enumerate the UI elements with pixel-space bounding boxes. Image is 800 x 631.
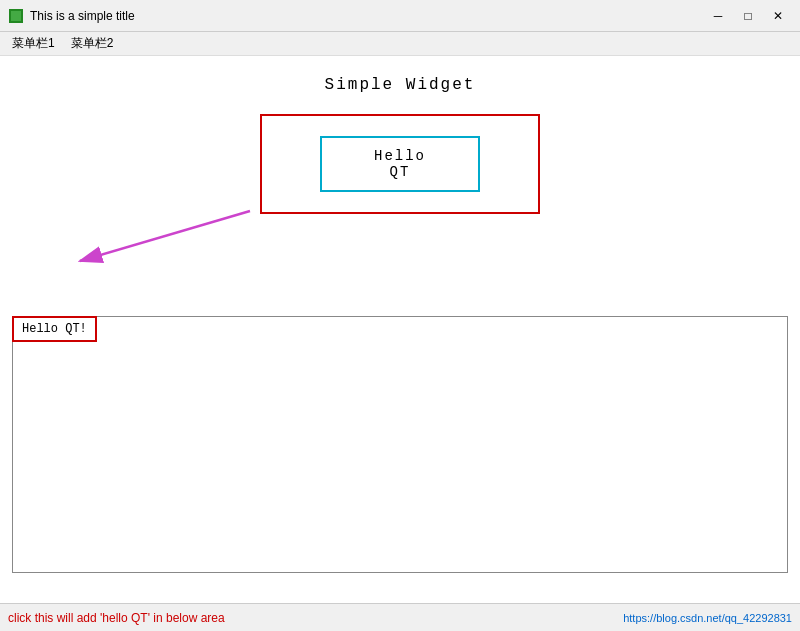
arrow-svg: [50, 201, 270, 281]
hello-qt-button[interactable]: Hello QT: [320, 136, 480, 192]
menu-item-2[interactable]: 菜单栏2: [63, 33, 122, 54]
arrow-annotation: [50, 201, 270, 281]
hello-qt-label: Hello QT!: [12, 316, 97, 342]
status-hint: click this will add 'hello QT' in below …: [8, 611, 225, 625]
main-content: Simple Widget Hello QT Hello QT!: [0, 56, 800, 603]
svg-rect-1: [11, 11, 21, 21]
minimize-button[interactable]: ─: [704, 6, 732, 26]
status-bar: click this will add 'hello QT' in below …: [0, 603, 800, 631]
widget-title: Simple Widget: [325, 76, 476, 94]
status-url: https://blog.csdn.net/qq_42292831: [623, 612, 792, 624]
button-container: Hello QT: [260, 114, 540, 214]
title-bar: This is a simple title ─ □ ✕: [0, 0, 800, 32]
output-textarea[interactable]: [12, 316, 788, 573]
svg-line-3: [80, 211, 250, 261]
window-controls: ─ □ ✕: [704, 6, 792, 26]
menu-bar: 菜单栏1 菜单栏2: [0, 32, 800, 56]
menu-item-1[interactable]: 菜单栏1: [4, 33, 63, 54]
textarea-container: Hello QT!: [12, 316, 788, 573]
window-title: This is a simple title: [30, 9, 135, 23]
close-button[interactable]: ✕: [764, 6, 792, 26]
maximize-button[interactable]: □: [734, 6, 762, 26]
app-icon: [8, 8, 24, 24]
title-bar-left: This is a simple title: [8, 8, 135, 24]
